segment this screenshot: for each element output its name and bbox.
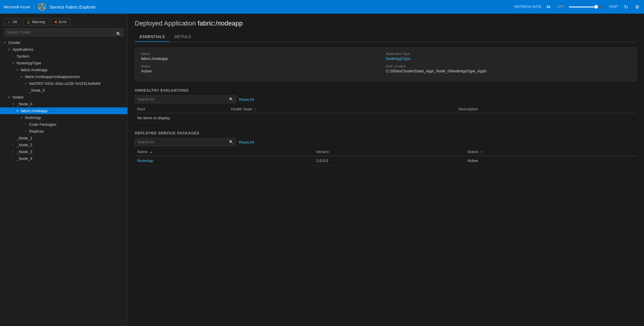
warning-label: Warning bbox=[32, 20, 45, 24]
pkg-name-cell[interactable]: NodeApp bbox=[135, 156, 314, 166]
tree-chevron-2: › bbox=[12, 55, 17, 58]
tree-chevron-10: ▾ bbox=[17, 109, 21, 112]
tree-chevron-14: › bbox=[12, 136, 17, 140]
tree-item-1[interactable]: ▾Applications bbox=[0, 46, 127, 53]
unhealthy-evaluations-section: UNHEALTHY EVALUATIONS 🔍 Reset All Kind H… bbox=[135, 88, 637, 123]
tree-item-13[interactable]: ›Replicas bbox=[0, 128, 127, 135]
tree-label-6: 5ef23f37-633c-43ac-a138-7e15314a6bb9 bbox=[29, 81, 100, 86]
topbar-divider bbox=[34, 3, 34, 10]
search-cluster-input[interactable] bbox=[4, 28, 123, 36]
tree-chevron-3: ▾ bbox=[12, 61, 17, 65]
ok-status-button[interactable]: ✓ OK bbox=[4, 18, 21, 26]
essentials-disklocation-field: Disk Location C:\SfDevCluster\Data\_App\… bbox=[386, 64, 631, 77]
tree-item-12[interactable]: ›Code Packages bbox=[0, 121, 127, 128]
tree-item-10[interactable]: ▾fabric:/nodeapp bbox=[0, 107, 127, 114]
tree-label-4: fabric:/nodeapp bbox=[21, 68, 48, 72]
essentials-grid: Name fabric:/nodeapp Application Type No… bbox=[135, 47, 637, 81]
refresh-rate-slider[interactable] bbox=[569, 7, 604, 7]
tree-label-5: fabric:/nodeapp/nodeappservice bbox=[25, 74, 80, 79]
apptype-label: Application Type bbox=[386, 52, 631, 55]
warning-icon: ⚠ bbox=[26, 20, 30, 24]
disklocation-value: C:\SfDevCluster\Data\_App\_Node_0\NodeAp… bbox=[386, 69, 631, 73]
tree-item-15[interactable]: ›_Node_2 bbox=[0, 141, 127, 148]
content-tabs: ESSENTIALS DETAILS bbox=[135, 32, 637, 42]
tree-item-9[interactable]: ▾_Node_0 bbox=[0, 101, 127, 107]
tree-label-15: _Node_2 bbox=[17, 143, 32, 147]
tree-label-11: NodeApp bbox=[25, 115, 41, 120]
status-label: Status bbox=[141, 64, 386, 68]
tab-essentials[interactable]: ESSENTIALS bbox=[135, 32, 170, 42]
tree-chevron-8: ▾ bbox=[8, 96, 12, 99]
packages-table-head: Name ▲ Version Status ▽ bbox=[135, 148, 637, 156]
topbar-right: REFRESH RATE 2s OFF FAST ↻ ⚙ bbox=[514, 3, 640, 11]
unhealthy-table-header-row: Kind Health State ▽ Description bbox=[135, 105, 637, 113]
tree-chevron-6: ▾ bbox=[25, 82, 29, 85]
apptype-value[interactable]: NodeAppType bbox=[386, 56, 631, 61]
tree-item-8[interactable]: ▾Nodes bbox=[0, 94, 127, 101]
refresh-rate-value: 2s bbox=[547, 5, 550, 9]
error-icon: ✖ bbox=[54, 20, 58, 24]
refresh-button[interactable]: ↻ bbox=[623, 3, 629, 11]
tree-label-2: System bbox=[17, 54, 29, 58]
packages-table-header-row: Name ▲ Version Status ▽ bbox=[135, 148, 637, 156]
tree-chevron-13: › bbox=[25, 130, 29, 133]
unhealthy-evaluations-header: UNHEALTHY EVALUATIONS bbox=[135, 88, 637, 93]
page-title-app: fabric:/nodeapp bbox=[198, 20, 243, 27]
tree-item-17[interactable]: ›_Node_4 bbox=[0, 155, 127, 162]
tree-label-10: fabric:/nodeapp bbox=[21, 109, 48, 113]
deployed-service-packages-header: DEPLOYED SERVICE PACKAGES bbox=[135, 131, 637, 135]
tree-label-9: _Node_0 bbox=[17, 102, 32, 106]
essentials-name-field: Name fabric:/nodeapp bbox=[141, 52, 386, 61]
tree-item-16[interactable]: ›_Node_3 bbox=[0, 148, 127, 155]
tree-item-6[interactable]: ▾5ef23f37-633c-43ac-a138-7e15314a6bb9 bbox=[0, 80, 127, 87]
unhealthy-search-input[interactable] bbox=[135, 96, 236, 103]
pkg-status-cell: Active bbox=[465, 156, 637, 166]
unhealthy-table-body: No items to display. bbox=[135, 113, 637, 123]
tree-label-3: NodeAppType bbox=[17, 61, 41, 65]
tree-label-0: Cluster bbox=[8, 40, 20, 45]
refresh-rate-label: REFRESH RATE bbox=[514, 5, 542, 9]
topbar: Microsoft Azure Service Fabric Explorer … bbox=[0, 0, 644, 14]
disklocation-label: Disk Location bbox=[386, 64, 631, 68]
tree-item-2[interactable]: ›System bbox=[0, 53, 127, 60]
refresh-fast-label: FAST bbox=[609, 5, 618, 9]
name-label: Name bbox=[141, 52, 386, 55]
health-state-filter-icon[interactable]: ▽ bbox=[254, 108, 257, 111]
packages-search-input[interactable] bbox=[135, 138, 236, 146]
pkg-name-sort-icon[interactable]: ▲ bbox=[149, 150, 152, 154]
error-status-button[interactable]: ✖ Error bbox=[51, 18, 70, 26]
tree-item-5[interactable]: ▾fabric:/nodeapp/nodeappservice bbox=[0, 73, 127, 80]
sidebar: ✓ OK ⚠ Warning ✖ Error 🔍 ▾Cluster▾Applic… bbox=[0, 14, 128, 326]
table-row-0: NodeApp1.0.0.0Active bbox=[135, 156, 637, 166]
service-fabric-icon bbox=[38, 3, 46, 11]
tree-label-13: Replicas bbox=[29, 129, 44, 133]
tab-details[interactable]: DETAILS bbox=[170, 32, 196, 42]
tree-item-7[interactable]: _Node_0 bbox=[0, 87, 127, 94]
warning-status-button[interactable]: ⚠ Warning bbox=[23, 18, 48, 26]
settings-button[interactable]: ⚙ bbox=[634, 3, 640, 11]
unhealthy-reset-all-button[interactable]: Reset All bbox=[239, 97, 254, 102]
col-description: Description bbox=[456, 105, 637, 113]
page-title: Deployed Application fabric:/nodeapp bbox=[135, 20, 637, 27]
unhealthy-evaluations-table: Kind Health State ▽ Description No items bbox=[135, 105, 637, 123]
main-layout: ✓ OK ⚠ Warning ✖ Error 🔍 ▾Cluster▾Applic… bbox=[0, 14, 644, 326]
tree-item-3[interactable]: ▾NodeAppType bbox=[0, 60, 127, 66]
col-pkg-status: Status ▽ bbox=[465, 148, 637, 156]
app-title: Service Fabric Explorer bbox=[50, 4, 96, 9]
ok-label: OK bbox=[12, 20, 18, 24]
pkg-status-filter-icon[interactable]: ▽ bbox=[480, 150, 483, 154]
tree-chevron-9: ▾ bbox=[12, 102, 17, 106]
unhealthy-table-head: Kind Health State ▽ Description bbox=[135, 105, 637, 113]
tree-item-11[interactable]: ▾NodeApp bbox=[0, 114, 127, 121]
tree-item-4[interactable]: ▾fabric:/nodeapp bbox=[0, 66, 127, 73]
tree-item-0[interactable]: ▾Cluster bbox=[0, 39, 127, 46]
ok-icon: ✓ bbox=[7, 20, 11, 24]
essentials-status-field: Status Active bbox=[141, 64, 386, 73]
tree-chevron-0: ▾ bbox=[4, 41, 8, 44]
col-kind: Kind bbox=[135, 105, 228, 113]
tree-item-14[interactable]: ›_Node_1 bbox=[0, 135, 127, 141]
error-label: Error bbox=[59, 20, 67, 24]
tree-label-16: _Node_3 bbox=[17, 150, 32, 154]
packages-reset-all-button[interactable]: Reset All bbox=[239, 140, 254, 144]
deployed-service-packages-section: DEPLOYED SERVICE PACKAGES 🔍 Reset All Na… bbox=[135, 131, 637, 166]
